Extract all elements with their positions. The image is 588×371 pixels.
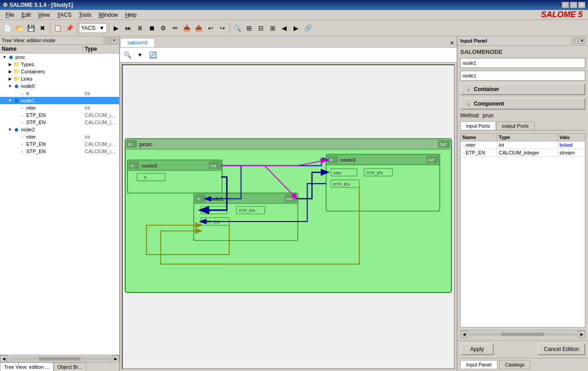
redo-btn[interactable]: ↪ bbox=[217, 23, 228, 34]
expand-proc[interactable]: ▼ bbox=[2, 55, 7, 59]
layout-btn[interactable]: ✦ bbox=[135, 49, 145, 60]
open-btn[interactable]: 📂 bbox=[14, 23, 24, 34]
svg-rect-14 bbox=[137, 173, 165, 181]
delete-btn[interactable]: ✖ bbox=[37, 23, 48, 34]
tree-item-proc[interactable]: ▼ ⬟ proc bbox=[0, 53, 119, 61]
save-btn[interactable]: 💾 bbox=[25, 23, 36, 34]
catalogs-tab[interactable]: Catalogs bbox=[499, 360, 530, 369]
menu-view[interactable]: View bbox=[34, 11, 53, 19]
tree-item-node1-niter[interactable]: ⬦ niter int bbox=[0, 104, 119, 111]
stop-btn[interactable]: ⏹ bbox=[146, 23, 157, 34]
diagram-close-btn[interactable]: ✕ bbox=[448, 39, 457, 47]
tree-item-containers[interactable]: ▶ 📁 Containers bbox=[0, 68, 119, 75]
menu-edit[interactable]: Edit bbox=[18, 11, 34, 19]
tree-item-node1-etpen[interactable]: ⬦ ETP_EN CALCIUM_i... bbox=[0, 111, 119, 119]
import-btn[interactable]: 📥 bbox=[182, 23, 193, 34]
expand-containers[interactable]: ▶ bbox=[7, 69, 13, 74]
pause-btn[interactable]: ⏸ bbox=[135, 23, 145, 34]
scroll-track[interactable] bbox=[8, 357, 111, 361]
edit-btn[interactable]: ✏ bbox=[170, 23, 181, 34]
tree-view-tab[interactable]: Tree View: edition ... bbox=[0, 362, 53, 371]
scroll-left-btn[interactable]: ◀ bbox=[0, 355, 7, 362]
etpen-type-cell: CALCIUM_integer bbox=[497, 149, 558, 156]
menu-yacs[interactable]: YACS bbox=[53, 11, 75, 19]
node1-etpen-label: ETP_EN bbox=[26, 112, 83, 118]
tree-item-links[interactable]: ▶ 📁 Links bbox=[0, 75, 119, 82]
minimize-btn[interactable]: − bbox=[562, 2, 569, 8]
output-ports-tab[interactable]: output Ports bbox=[496, 121, 535, 130]
calcium0-tab[interactable]: calcium0 bbox=[120, 38, 155, 47]
menu-tools[interactable]: Tools bbox=[75, 11, 95, 19]
expand-links[interactable]: ▶ bbox=[7, 77, 13, 81]
tree-item-node0[interactable]: ▼ ⬟ node0 bbox=[0, 82, 119, 90]
run-btn[interactable]: ▶ bbox=[111, 23, 122, 34]
svg-text:ETP_EN: ETP_EN bbox=[333, 182, 350, 187]
apply-btn[interactable]: Apply bbox=[460, 343, 494, 355]
right-panel-controls[interactable]: □ ✕ bbox=[572, 38, 585, 44]
close-btn[interactable]: ✕ bbox=[578, 2, 585, 8]
port-row-niter[interactable]: ⬦ niter int linked bbox=[461, 141, 585, 149]
proc-icon: ⬟ bbox=[7, 54, 14, 60]
tree-item-types[interactable]: ▶ 📁 Types bbox=[0, 61, 119, 68]
dropdown-arrow: ▼ bbox=[99, 25, 105, 31]
zoom-btn[interactable]: 🔍 bbox=[122, 49, 133, 60]
expand-types[interactable]: ▶ bbox=[7, 62, 13, 67]
next-btn[interactable]: ▶ bbox=[291, 23, 302, 34]
menu-window[interactable]: Window bbox=[95, 11, 122, 19]
object-browser-tab[interactable]: Object Br... bbox=[53, 362, 86, 371]
right-panel-float-btn[interactable]: □ bbox=[572, 38, 578, 44]
tree-item-node2-stpen[interactable]: ⬦ STP_EN CALCIUM_i... bbox=[0, 148, 119, 155]
panel-controls[interactable]: □ ✕ bbox=[104, 37, 117, 43]
expand-node2[interactable]: ▼ bbox=[7, 127, 13, 132]
input-ports-tab[interactable]: input Ports bbox=[460, 121, 496, 130]
node-name-field2[interactable] bbox=[460, 71, 585, 81]
tree-item-node2[interactable]: ▼ ⬟ node2 bbox=[0, 126, 119, 133]
undo-btn[interactable]: ↩ bbox=[205, 23, 216, 34]
ports-scroll-right[interactable]: ▶ bbox=[578, 331, 585, 338]
schema-btn[interactable]: ⚙ bbox=[158, 23, 169, 34]
node-name-field1[interactable] bbox=[460, 58, 585, 68]
paste-btn[interactable]: 📌 bbox=[64, 23, 75, 34]
scroll-right-btn[interactable]: ▶ bbox=[112, 355, 119, 362]
ports-scroll-left[interactable]: ◀ bbox=[460, 331, 468, 338]
tree-item-n[interactable]: ⬦ n int bbox=[0, 90, 119, 97]
input-panel-tab[interactable]: Input Panel bbox=[460, 360, 497, 369]
container-btn[interactable]: ↓ Container bbox=[460, 83, 585, 95]
tree-item-node1-stpen[interactable]: ⬦ STP_EN CALCIUM_i... bbox=[0, 119, 119, 126]
niter-link: linked bbox=[559, 142, 573, 148]
step-btn[interactable]: ⏭ bbox=[123, 23, 134, 34]
refresh-btn[interactable]: 🔄 bbox=[147, 49, 158, 60]
tree-item-node2-etpen[interactable]: ⬦ ETP_EN CALCIUM_i... bbox=[0, 140, 119, 148]
copy-btn[interactable]: 📋 bbox=[52, 23, 63, 34]
ports-scrollbar[interactable]: ◀ ▶ bbox=[460, 330, 585, 337]
window-controls[interactable]: − □ ✕ bbox=[562, 2, 585, 8]
component-btn[interactable]: ↓ Component bbox=[460, 98, 585, 110]
maximize-btn[interactable]: □ bbox=[570, 2, 577, 8]
scroll-thumb bbox=[39, 357, 80, 361]
zoom-fit-btn[interactable]: ⊞ bbox=[244, 23, 255, 34]
export-btn[interactable]: 📤 bbox=[193, 23, 204, 34]
expand-node0[interactable]: ▼ bbox=[7, 84, 13, 88]
left-panel: Tree View: edition mode □ ✕ Name Type ▼ … bbox=[0, 36, 120, 371]
right-panel-close-btn[interactable]: ✕ bbox=[579, 38, 585, 44]
new-btn[interactable]: 📄 bbox=[2, 23, 13, 34]
yacs-dropdown[interactable]: YACS ▼ bbox=[79, 23, 107, 33]
etpen-name: ETP_EN bbox=[466, 150, 485, 155]
cancel-edition-btn[interactable]: Cancel Edition bbox=[538, 343, 585, 355]
tree-item-node2-niter[interactable]: ⬦ niter int bbox=[0, 133, 119, 140]
expand-node1[interactable]: ▼ bbox=[7, 98, 13, 103]
menu-help[interactable]: Help bbox=[121, 11, 140, 19]
menu-file[interactable]: File bbox=[2, 11, 18, 19]
panel-close-btn[interactable]: ✕ bbox=[111, 37, 117, 43]
ports-scroll-track[interactable] bbox=[468, 332, 577, 336]
tree-scrollbar[interactable]: ◀ ▶ bbox=[0, 355, 119, 362]
prev-btn[interactable]: ◀ bbox=[279, 23, 290, 34]
grid-btn[interactable]: ⊞ bbox=[267, 23, 278, 34]
arrange-btn[interactable]: ⊟ bbox=[255, 23, 266, 34]
panel-float-btn[interactable]: □ bbox=[104, 37, 110, 43]
center-tab-bar: calcium0 ✕ bbox=[120, 36, 457, 48]
zoom-in-btn[interactable]: 🔍 bbox=[232, 23, 243, 34]
port-row-etpen[interactable]: ⬦ ETP_EN CALCIUM_integer stream bbox=[461, 149, 585, 157]
tree-item-node1[interactable]: ▼ ⬟ node1 bbox=[0, 97, 119, 104]
link-btn[interactable]: 🔗 bbox=[303, 23, 313, 34]
